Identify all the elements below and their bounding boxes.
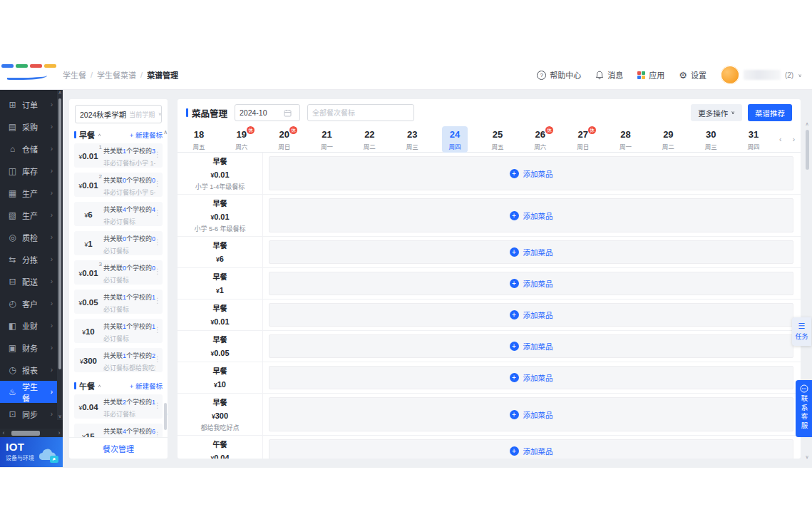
- menu-recommend-button[interactable]: 菜谱推荐: [748, 104, 792, 121]
- add-dish-button[interactable]: + 添加菜品: [269, 198, 793, 232]
- apps-button[interactable]: 应用: [637, 69, 664, 81]
- add-dish-button[interactable]: + 添加菜品: [269, 272, 793, 295]
- sidebar-item-icon: ▤: [8, 122, 17, 132]
- sidebar-item[interactable]: ◧ 业财 ›: [0, 314, 57, 337]
- scroll-up-icon[interactable]: ∧: [163, 129, 168, 135]
- meal-standard-card[interactable]: ¥0.011 共关联1个学校的3个班级 非必订餐标小学 1-4年... ⋮: [74, 143, 163, 168]
- calendar-day[interactable]: 27休 周日: [562, 126, 605, 153]
- calendar-day[interactable]: 25 周五: [476, 126, 519, 153]
- calendar-day[interactable]: 18 周五: [178, 126, 220, 153]
- sidebar-item[interactable]: ◫ 库存 ›: [0, 160, 57, 182]
- collapse-icon[interactable]: ∧: [98, 384, 101, 388]
- calendar-day[interactable]: 21 周一: [306, 126, 349, 153]
- sidebar-item[interactable]: ▦ 生产 ›: [0, 182, 57, 204]
- calendar-day[interactable]: 28 周一: [605, 126, 647, 153]
- meal-standard-card[interactable]: ¥0.05 共关联1个学校的1个班级 必订餐标 ⋮: [74, 290, 163, 314]
- calendar-day[interactable]: 26休 周六: [519, 126, 562, 153]
- scrollbar-thumb[interactable]: [58, 98, 61, 369]
- calendar-day[interactable]: 19休 周六: [220, 126, 263, 153]
- add-dish-button[interactable]: + 添加菜品: [269, 439, 793, 459]
- iot-banner[interactable]: IOT 设备与环境: [0, 437, 63, 467]
- calendar-day[interactable]: 24 周四: [433, 126, 476, 153]
- month-input[interactable]: [240, 108, 281, 117]
- more-icon[interactable]: ⋮: [154, 355, 161, 363]
- more-actions-button[interactable]: 更多操作∨: [691, 104, 742, 121]
- calendar-day[interactable]: 31 周四: [732, 126, 775, 153]
- calendar-day[interactable]: 29 周二: [647, 126, 689, 153]
- calendar-day[interactable]: 20休 周日: [263, 126, 306, 153]
- meal-standard-card[interactable]: ¥15 共关联4个学校的6个班级 非必订餐标 ⋮: [74, 424, 163, 437]
- add-dish-button[interactable]: + 添加菜品: [269, 366, 793, 389]
- breadcrumb-item[interactable]: 学生餐菜谱: [97, 69, 136, 81]
- add-dish-button[interactable]: + 添加菜品: [269, 397, 793, 431]
- scrollbar-thumb[interactable]: [164, 403, 167, 430]
- more-icon[interactable]: ⋮: [154, 238, 161, 246]
- sidebar-item[interactable]: ⌂ 仓储 ›: [0, 138, 57, 160]
- user-menu[interactable]: (2) ∨: [721, 66, 802, 84]
- semester-tag: 当前学期: [129, 110, 155, 119]
- meal-standard-info: 共关联4个学校的4个班级 非必订餐标: [103, 202, 155, 226]
- calendar-day[interactable]: 23 周三: [391, 126, 433, 153]
- prev-week-button[interactable]: ‹: [779, 135, 781, 143]
- add-dish-button[interactable]: + 添加菜品: [269, 334, 793, 358]
- sidebar-item[interactable]: ◴ 客户 ›: [0, 292, 57, 314]
- meal-standard-card[interactable]: ¥0.012 共关联0个学校的0个班级 非必订餐标小学 5-6... ⋮: [74, 173, 163, 197]
- add-dish-button[interactable]: + 添加菜品: [269, 240, 793, 264]
- sidebar-item[interactable]: ◎ 质检 ›: [0, 226, 57, 248]
- tasks-float-button[interactable]: ☰ 任务: [792, 317, 811, 346]
- add-dish-button[interactable]: + 添加菜品: [269, 156, 793, 190]
- sidebar-item[interactable]: ⇆ 分拣 ›: [0, 248, 57, 270]
- semester-select[interactable]: 2024秋季学期 当前学期 ∨: [75, 105, 162, 123]
- calendar-day[interactable]: 30 周三: [689, 126, 732, 153]
- more-icon[interactable]: ⋮: [154, 431, 161, 437]
- meal-type: 早餐: [213, 334, 227, 344]
- next-week-button[interactable]: ›: [793, 135, 795, 143]
- meal-standard-card[interactable]: ¥0.04 共关联2个学校的12个班级 非必订餐标 ⋮: [74, 394, 163, 419]
- collapse-icon[interactable]: ∧: [98, 133, 101, 137]
- sidebar-item[interactable]: ♨ 学生餐 ›: [0, 381, 57, 403]
- contact-service-float-button[interactable]: 联系客服: [796, 380, 812, 437]
- chevron-down-icon: ∨: [158, 111, 162, 116]
- sidebar-horizontal-scrollbar[interactable]: ‹ ›: [0, 429, 63, 437]
- more-icon[interactable]: ⋮: [154, 326, 161, 334]
- sidebar-item[interactable]: ▣ 财务 ›: [0, 337, 57, 359]
- breadcrumb-item[interactable]: 学生餐: [63, 69, 86, 81]
- month-picker[interactable]: [235, 104, 300, 121]
- new-meal-standard-button[interactable]: + 新建餐标: [130, 130, 163, 140]
- menu-row-label: 早餐 ¥0.01: [178, 300, 263, 330]
- menu-row-label: 早餐 ¥0.01 小学 1-4年级餐标: [178, 153, 263, 194]
- sidebar-item[interactable]: ▤ 采购 ›: [0, 116, 57, 138]
- sidebar-item[interactable]: ◷ 报表 ›: [0, 359, 57, 381]
- help-center-button[interactable]: ? 帮助中心: [537, 69, 581, 81]
- meal-standard-card[interactable]: ¥300 共关联1个学校的2个班级 必订餐标都给我吃好点 ⋮: [74, 348, 163, 372]
- more-icon[interactable]: ⋮: [154, 401, 161, 409]
- sidebar-item[interactable]: ⊟ 配送 ›: [0, 270, 57, 292]
- add-dish-button[interactable]: + 添加菜品: [269, 303, 793, 327]
- scrollbar-thumb[interactable]: [806, 130, 809, 170]
- scrollbar-thumb[interactable]: [11, 431, 40, 436]
- sidebar-item[interactable]: ⊞ 订单 ›: [0, 93, 57, 116]
- meal-standard-card[interactable]: ¥10 共关联1个学校的15个班级 必订餐标 ⋮: [74, 319, 163, 343]
- chevron-right-icon: ›: [51, 344, 57, 352]
- more-icon[interactable]: ⋮: [154, 297, 161, 305]
- more-icon[interactable]: ⋮: [154, 150, 161, 158]
- messages-button[interactable]: 消息: [595, 69, 623, 81]
- sidebar-item-label: 业财: [22, 320, 38, 332]
- meal-filter-input[interactable]: [312, 109, 409, 117]
- sidebar-item[interactable]: ⊡ 同步 ›: [0, 403, 57, 425]
- more-icon[interactable]: ⋮: [154, 180, 161, 188]
- meal-session-manage-button[interactable]: 餐次管理: [69, 437, 168, 459]
- meal-standard-panel: 2024秋季学期 当前学期 ∨ ∧ 早餐 ∧ + 新建餐标: [69, 99, 168, 459]
- meal-standard-info: 共关联0个学校的0个班级 必订餐标: [103, 231, 155, 255]
- more-icon[interactable]: ⋮: [154, 267, 161, 275]
- calendar-day[interactable]: 22 周二: [348, 126, 391, 153]
- meal-standard-card[interactable]: ¥6 共关联4个学校的4个班级 非必订餐标 ⋮: [74, 202, 163, 226]
- new-meal-standard-button[interactable]: + 新建餐标: [130, 381, 163, 391]
- sidebar-vertical-scrollbar[interactable]: ∧ ∨: [57, 90, 63, 420]
- meal-standard-card[interactable]: ¥0.013 共关联0个学校的0个班级 必订餐标 ⋮: [74, 260, 163, 285]
- meal-standard-card[interactable]: ¥1 共关联0个学校的0个班级 必订餐标 ⋮: [74, 231, 163, 255]
- chevron-right-icon: ›: [51, 189, 57, 197]
- more-icon[interactable]: ⋮: [154, 209, 161, 217]
- sidebar-item[interactable]: ▧ 生产 ›: [0, 204, 57, 226]
- settings-button[interactable]: ⚙ 设置: [679, 69, 706, 81]
